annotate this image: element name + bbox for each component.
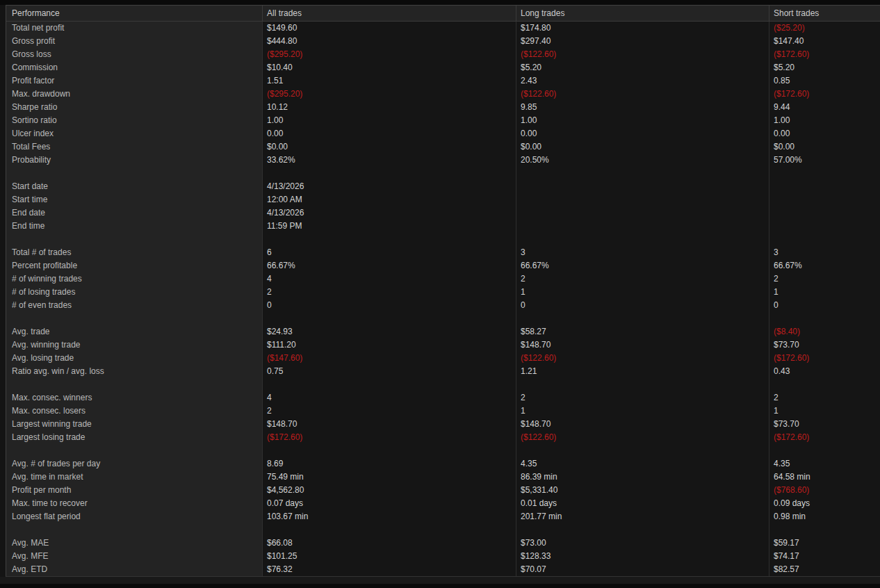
row-label: End date bbox=[6, 206, 262, 220]
value-all-trades bbox=[262, 167, 516, 180]
value-long-trades: $5.20 bbox=[516, 61, 769, 74]
table-row[interactable]: Largest losing trade ($172.60) ($122.60)… bbox=[6, 431, 880, 444]
value-all-trades: 0.75 bbox=[262, 365, 516, 378]
table-row[interactable]: Max. time to recover 0.07 days 0.01 days… bbox=[6, 497, 880, 510]
row-label: Gross profit bbox=[6, 35, 262, 48]
column-header-performance[interactable]: Performance bbox=[6, 6, 262, 22]
value-long-trades bbox=[516, 167, 769, 180]
value-long-trades: 20.50% bbox=[516, 154, 769, 167]
value-short-trades bbox=[769, 378, 880, 391]
table-row[interactable]: Longest flat period 103.67 min 201.77 mi… bbox=[6, 510, 880, 523]
value-long-trades: $58.27 bbox=[516, 325, 769, 338]
table-row[interactable]: Commission $10.40 $5.20 $5.20 bbox=[6, 61, 880, 74]
value-short-trades: $73.70 bbox=[769, 338, 880, 352]
table-row[interactable]: # of winning trades 4 2 2 bbox=[6, 272, 880, 286]
table-row[interactable]: Sharpe ratio 10.12 9.85 9.44 bbox=[6, 101, 880, 114]
table-row[interactable]: Profit per month $4,562.80 $5,331.40 ($7… bbox=[6, 484, 880, 497]
table-row[interactable]: Avg. trade $24.93 $58.27 ($8.40) bbox=[6, 325, 880, 338]
table-row[interactable]: Start time 12:00 AM bbox=[6, 193, 880, 206]
value-all-trades: $24.93 bbox=[262, 325, 516, 338]
value-all-trades: 103.67 min bbox=[262, 510, 516, 523]
value-long-trades bbox=[516, 378, 769, 391]
table-row[interactable]: Avg. ETD $76.32 $70.07 $82.57 bbox=[6, 563, 880, 576]
value-long-trades: $70.07 bbox=[516, 563, 769, 576]
row-label: # of winning trades bbox=[6, 272, 262, 286]
row-label bbox=[6, 312, 262, 325]
table-row[interactable]: End date 4/13/2026 bbox=[6, 206, 880, 220]
table-row[interactable]: Gross profit $444.80 $297.40 $147.40 bbox=[6, 35, 880, 48]
table-row[interactable]: Avg. losing trade ($147.60) ($122.60) ($… bbox=[6, 352, 880, 365]
row-label: Total net profit bbox=[6, 22, 262, 35]
table-row[interactable]: Gross loss ($295.20) ($122.60) ($172.60) bbox=[6, 48, 880, 61]
value-long-trades: 4.35 bbox=[516, 457, 769, 471]
row-label: Sharpe ratio bbox=[6, 101, 262, 114]
value-all-trades: ($147.60) bbox=[262, 352, 516, 365]
value-all-trades: ($172.60) bbox=[262, 431, 516, 444]
value-short-trades: 1.00 bbox=[769, 114, 880, 127]
table-row[interactable]: Avg. # of trades per day 8.69 4.35 4.35 bbox=[6, 457, 880, 471]
table-row[interactable]: Avg. MFE $101.25 $128.33 $74.17 bbox=[6, 550, 880, 563]
value-short-trades bbox=[769, 523, 880, 537]
column-header-short-trades[interactable]: Short trades bbox=[769, 6, 880, 22]
row-label: Longest flat period bbox=[6, 510, 262, 523]
value-short-trades: ($172.60) bbox=[769, 48, 880, 61]
value-short-trades: $59.17 bbox=[769, 537, 880, 550]
value-short-trades: ($8.40) bbox=[769, 325, 880, 338]
row-label: Start time bbox=[6, 193, 262, 206]
value-long-trades: 1 bbox=[516, 405, 769, 418]
value-short-trades bbox=[769, 233, 880, 246]
value-short-trades: 66.67% bbox=[769, 259, 880, 272]
value-long-trades: 9.85 bbox=[516, 101, 769, 114]
value-short-trades: 0.85 bbox=[769, 74, 880, 88]
value-all-trades: 33.62% bbox=[262, 154, 516, 167]
table-row[interactable]: Ratio avg. win / avg. loss 0.75 1.21 0.4… bbox=[6, 365, 880, 378]
row-label: End time bbox=[6, 220, 262, 233]
value-all-trades: 1.51 bbox=[262, 74, 516, 88]
value-all-trades: $101.25 bbox=[262, 550, 516, 563]
table-row[interactable]: Probability 33.62% 20.50% 57.00% bbox=[6, 154, 880, 167]
value-long-trades: 0.00 bbox=[516, 127, 769, 140]
value-long-trades: 2.43 bbox=[516, 74, 769, 88]
table-row[interactable]: Total net profit $149.60 $174.80 ($25.20… bbox=[6, 22, 880, 35]
table-row[interactable]: Avg. MAE $66.08 $73.00 $59.17 bbox=[6, 537, 880, 550]
value-long-trades: 2 bbox=[516, 272, 769, 286]
row-label: Ratio avg. win / avg. loss bbox=[6, 365, 262, 378]
table-row[interactable]: Profit factor 1.51 2.43 0.85 bbox=[6, 74, 880, 88]
table-row[interactable]: Max. consec. winners 4 2 2 bbox=[6, 391, 880, 405]
row-label: Total Fees bbox=[6, 140, 262, 154]
value-all-trades: ($295.20) bbox=[262, 48, 516, 61]
value-long-trades: 1.00 bbox=[516, 114, 769, 127]
table-row[interactable]: # of even trades 0 0 0 bbox=[6, 299, 880, 312]
value-long-trades: $174.80 bbox=[516, 22, 769, 35]
value-long-trades: ($122.60) bbox=[516, 431, 769, 444]
value-long-trades: ($122.60) bbox=[516, 352, 769, 365]
row-label: Avg. # of trades per day bbox=[6, 457, 262, 471]
row-label bbox=[6, 378, 262, 391]
table-row[interactable]: # of losing trades 2 1 1 bbox=[6, 286, 880, 299]
table-row[interactable]: End time 11:59 PM bbox=[6, 220, 880, 233]
value-all-trades: 1.00 bbox=[262, 114, 516, 127]
table-row[interactable]: Max. consec. losers 2 1 1 bbox=[6, 405, 880, 418]
table-row[interactable]: Avg. winning trade $111.20 $148.70 $73.7… bbox=[6, 338, 880, 352]
value-short-trades bbox=[769, 206, 880, 220]
value-all-trades: 10.12 bbox=[262, 101, 516, 114]
window-top-edge bbox=[0, 0, 880, 5]
column-header-long-trades[interactable]: Long trades bbox=[516, 6, 769, 22]
table-row[interactable]: Percent profitable 66.67% 66.67% 66.67% bbox=[6, 259, 880, 272]
value-long-trades: $148.70 bbox=[516, 418, 769, 431]
value-short-trades: $73.70 bbox=[769, 418, 880, 431]
column-header-all-trades[interactable]: All trades bbox=[262, 6, 516, 22]
value-all-trades: 4/13/2026 bbox=[262, 206, 516, 220]
table-row[interactable]: Sortino ratio 1.00 1.00 1.00 bbox=[6, 114, 880, 127]
table-row[interactable]: Total # of trades 6 3 3 bbox=[6, 246, 880, 259]
table-row[interactable]: Start date 4/13/2026 bbox=[6, 180, 880, 193]
value-short-trades: $0.00 bbox=[769, 140, 880, 154]
table-row[interactable]: Largest winning trade $148.70 $148.70 $7… bbox=[6, 418, 880, 431]
row-label: Profit per month bbox=[6, 484, 262, 497]
table-row[interactable]: Max. drawdown ($295.20) ($122.60) ($172.… bbox=[6, 88, 880, 101]
table-row[interactable]: Total Fees $0.00 $0.00 $0.00 bbox=[6, 140, 880, 154]
table-row[interactable]: Ulcer index 0.00 0.00 0.00 bbox=[6, 127, 880, 140]
value-long-trades bbox=[516, 233, 769, 246]
table-row[interactable]: Avg. time in market 75.49 min 86.39 min … bbox=[6, 471, 880, 484]
value-short-trades bbox=[769, 220, 880, 233]
